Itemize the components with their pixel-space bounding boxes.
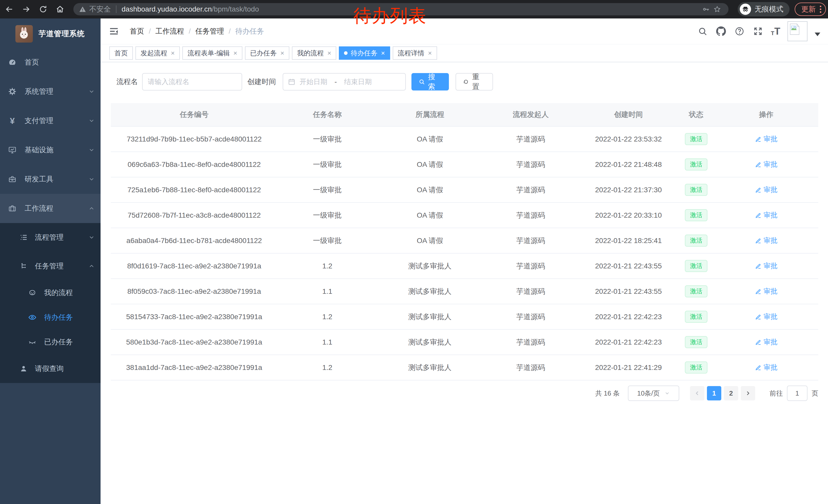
approve-link[interactable]: 审批 <box>755 160 778 169</box>
tab-close-icon[interactable]: × <box>234 50 237 56</box>
update-label[interactable]: 更新 <box>801 4 816 14</box>
reset-button[interactable]: 重置 <box>456 73 493 91</box>
sidebar-item-infrastructure[interactable]: 基础设施 <box>0 135 100 165</box>
sidebar-item-workflow[interactable]: 工作流程 <box>0 194 100 223</box>
browser-home-button[interactable] <box>53 2 67 16</box>
annotation-overlay: 待办列表 <box>354 6 426 26</box>
tab-发起流程[interactable]: 发起流程 × <box>135 46 180 60</box>
page-button-2[interactable]: 2 <box>724 386 738 401</box>
tab-待办任务[interactable]: 待办任务 × <box>339 46 390 60</box>
goto-page-input[interactable] <box>787 385 808 401</box>
sidebar-item-todo-tasks[interactable]: 待办任务 <box>0 305 100 330</box>
sidebar-toggle-button[interactable] <box>109 26 119 36</box>
fullscreen-button[interactable] <box>752 26 763 37</box>
prev-page-button[interactable] <box>690 386 704 401</box>
user-avatar[interactable] <box>787 21 808 41</box>
created-time-cell: 2022-01-21 22:42:23 <box>579 338 678 346</box>
refresh-icon <box>463 79 469 85</box>
robot-icon <box>28 289 36 297</box>
process-cell: 测试多审批人 <box>377 363 483 372</box>
bookmark-star-icon[interactable] <box>711 4 723 15</box>
process-cell: 测试多审批人 <box>377 261 483 271</box>
browser-reload-button[interactable] <box>36 2 50 16</box>
page-size-select[interactable]: 10条/页 <box>628 385 679 401</box>
approve-link[interactable]: 审批 <box>755 337 778 347</box>
initiator-cell: 芋道源码 <box>483 185 579 195</box>
browser-update-button[interactable]: 更新 <box>795 3 826 16</box>
logo-avatar <box>15 25 33 43</box>
next-page-button[interactable] <box>741 386 755 401</box>
avatar-caret-icon[interactable] <box>815 33 820 36</box>
approve-link[interactable]: 审批 <box>755 287 778 296</box>
end-date-placeholder[interactable]: 结束日期 <box>344 77 372 86</box>
status-cell: 激活 <box>678 285 714 297</box>
sidebar-item-done-tasks[interactable]: 已办任务 <box>0 330 100 354</box>
task-id-cell: 58154733-7ac8-11ec-a9e2-a2380e71991a <box>111 313 278 321</box>
approve-link[interactable]: 审批 <box>755 312 778 321</box>
process-name-input[interactable] <box>142 73 242 91</box>
date-separator: - <box>334 78 337 86</box>
chevron-down-icon <box>88 234 95 241</box>
security-label[interactable]: 不安全 <box>89 4 111 14</box>
breadcrumb-task-management[interactable]: 任务管理 <box>196 27 224 36</box>
tab-我的流程[interactable]: 我的流程 × <box>292 46 336 60</box>
approve-link[interactable]: 审批 <box>755 211 778 220</box>
approve-link[interactable]: 审批 <box>755 363 778 372</box>
approve-link[interactable]: 审批 <box>755 261 778 270</box>
tab-close-icon[interactable]: × <box>428 50 432 56</box>
initiator-cell: 芋道源码 <box>483 211 579 220</box>
app-logo[interactable]: 芋道管理系统 <box>0 18 100 44</box>
sidebar-item-task-management[interactable]: 任务管理 <box>0 252 100 280</box>
search-button[interactable]: 搜索 <box>411 73 449 91</box>
tab-已办任务[interactable]: 已办任务 × <box>245 46 289 60</box>
status-badge: 激活 <box>685 336 707 348</box>
action-cell: 审批 <box>714 134 818 144</box>
start-date-placeholder[interactable]: 开始日期 <box>300 77 327 86</box>
date-range-picker[interactable]: 开始日期 - 结束日期 <box>283 73 406 91</box>
breadcrumb-workflow[interactable]: 工作流程 <box>156 27 184 36</box>
tab-close-icon[interactable]: × <box>171 50 175 56</box>
tab-bar: 首页 × 发起流程 × 流程表单-编辑 × 已办任务 × 我的流程 × 待办任务… <box>100 44 828 62</box>
tab-close-icon[interactable]: × <box>381 50 385 56</box>
sidebar-item-system[interactable]: 系统管理 <box>0 77 100 106</box>
active-tab-dot <box>344 51 347 55</box>
task-name-cell: 1.2 <box>278 262 377 270</box>
tab-流程表单-编辑[interactable]: 流程表单-编辑 × <box>182 46 242 60</box>
task-name-cell: 一级审批 <box>278 211 377 220</box>
password-key-icon[interactable] <box>700 4 711 15</box>
url-host[interactable]: dashboard.yudao.iocoder.cn <box>122 5 212 13</box>
sidebar-item-process-management[interactable]: 流程管理 <box>0 223 100 252</box>
tab-close-icon[interactable]: × <box>327 50 331 56</box>
pencil-icon <box>755 339 761 345</box>
created-time-cell: 2022-01-22 21:48:48 <box>579 161 678 169</box>
approve-link[interactable]: 审批 <box>755 134 778 144</box>
sidebar-item-payment[interactable]: ¥ 支付管理 <box>0 106 100 135</box>
url-path[interactable]: /bpm/task/todo <box>212 5 259 13</box>
hamburger-icon <box>109 26 119 36</box>
task-name-cell: 一级审批 <box>278 160 377 170</box>
help-button[interactable] <box>734 26 745 37</box>
page-content: 流程名 创建时间 开始日期 - 结束日期 搜索 重置 任务编号 <box>100 73 828 401</box>
tab-流程详情[interactable]: 流程详情 × <box>393 46 437 60</box>
approve-link[interactable]: 审批 <box>755 236 778 245</box>
initiator-cell: 芋道源码 <box>483 312 579 322</box>
tab-close-icon[interactable]: × <box>280 50 284 56</box>
header-search-button[interactable] <box>697 26 708 37</box>
font-size-button[interactable]: TT <box>771 27 780 36</box>
browser-back-button[interactable] <box>2 2 16 16</box>
sidebar-item-home[interactable]: 首页 <box>0 48 100 77</box>
search-icon <box>698 27 707 36</box>
status-badge: 激活 <box>685 362 707 373</box>
sidebar-item-dev-tools[interactable]: 研发工具 <box>0 165 100 194</box>
sidebar-item-leave-query[interactable]: 请假查询 <box>0 354 100 383</box>
table-row: 381aa1dd-7ac8-11ec-a9e2-a2380e71991a 1.2… <box>111 355 818 380</box>
breadcrumb-home[interactable]: 首页 <box>130 27 144 36</box>
page-button-1[interactable]: 1 <box>707 386 721 401</box>
tab-首页[interactable]: 首页 × <box>109 46 133 60</box>
browser-forward-button[interactable] <box>19 2 33 16</box>
sidebar-item-my-process[interactable]: 我的流程 <box>0 280 100 305</box>
pencil-icon <box>755 237 761 244</box>
approve-link[interactable]: 审批 <box>755 185 778 194</box>
browser-menu-icon[interactable] <box>820 6 821 13</box>
github-link-button[interactable] <box>715 26 727 37</box>
